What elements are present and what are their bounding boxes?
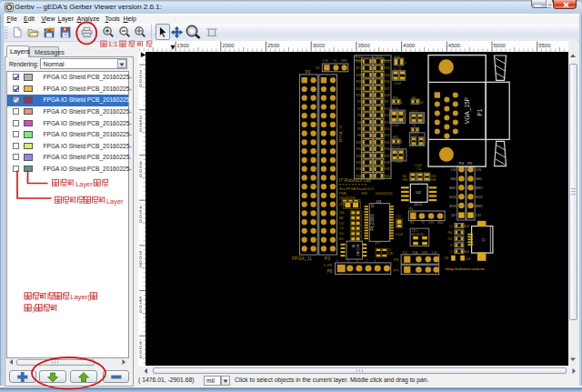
svg-text:U2: U2 [416, 190, 421, 195]
svg-text:R15: R15 [385, 134, 390, 137]
svg-text:2G1: 2G1 [448, 237, 454, 241]
svg-text:IT Robotics Lab: IT Robotics Lab [339, 177, 371, 183]
svg-text:R18: R18 [356, 74, 361, 77]
svg-text:9M4: 9M4 [447, 231, 453, 235]
svg-text:P5: P5 [408, 206, 414, 211]
svg-text:C14: C14 [339, 222, 344, 226]
svg-text:RN4: RN4 [403, 178, 408, 182]
svg-text:R49: R49 [362, 192, 368, 196]
svg-text:0: 0 [139, 264, 142, 268]
svg-text:R1: R1 [357, 100, 361, 104]
svg-text:P1: P1 [477, 108, 483, 116]
svg-text:220k: 220k [339, 211, 345, 215]
svg-text:PL2303: PL2303 [369, 214, 375, 231]
svg-text:24LC08: 24LC08 [356, 244, 360, 256]
svg-text:R35: R35 [385, 141, 390, 145]
svg-text:0: 0 [139, 128, 142, 133]
svg-text:2000: 2000 [222, 43, 235, 48]
svg-text:MOSI: MOSI [449, 205, 457, 208]
svg-text:R29: R29 [356, 141, 361, 145]
svg-text:3.3V: 3.3V [431, 251, 436, 255]
svg-text:3.3V: 3.3V [428, 221, 434, 225]
svg-text:R10: R10 [385, 107, 390, 111]
svg-text:3.3V: 3.3V [451, 168, 457, 172]
svg-text:L1: L1 [450, 250, 453, 254]
svg-text:3000: 3000 [313, 43, 326, 48]
svg-text:R24: R24 [385, 66, 390, 70]
svg-text:R16: R16 [356, 60, 361, 64]
svg-text:R50: R50 [339, 237, 344, 241]
svg-text:SCL: SCL [403, 251, 408, 255]
svg-text:0.1uF: 0.1uF [396, 233, 403, 236]
svg-text:R36: R36 [385, 147, 390, 151]
svg-text:R9: R9 [385, 100, 388, 104]
svg-text:See FPGA Shield V1.0: See FPGA Shield V1.0 [339, 187, 374, 191]
svg-text:R38: R38 [385, 161, 390, 165]
svg-text:50: 50 [420, 101, 424, 105]
svg-text:26C51: 26C51 [414, 203, 423, 206]
svg-text:R23: R23 [385, 60, 390, 64]
svg-text:C15: C15 [416, 167, 422, 171]
svg-text:0: 0 [139, 355, 142, 359]
svg-text:BLM: BLM [464, 250, 469, 254]
svg-text:P6: P6 [326, 268, 332, 274]
svg-text:SCLK: SCLK [449, 196, 457, 199]
svg-text:K1: K1 [316, 66, 320, 70]
svg-text:MISO: MISO [449, 186, 457, 190]
svg-text:P4: P4 [459, 161, 465, 166]
svg-text:R40: R40 [385, 175, 390, 178]
svg-text:GND: GND [476, 177, 483, 181]
svg-text:CS?: CS? [451, 214, 457, 217]
svg-text:BLM: BLM [464, 225, 469, 228]
svg-text:R14: R14 [385, 127, 390, 131]
svg-text:PWB: PWB [339, 192, 347, 196]
svg-text:C7 C8: C7 C8 [394, 67, 402, 71]
svg-text:2015/02/16: 2015/02/16 [376, 192, 393, 196]
svg-text:R12: R12 [385, 114, 390, 117]
svg-text:blog.itrobotics.com.tw: blog.itrobotics.com.tw [446, 266, 486, 271]
svg-text:C1B: C1B [387, 252, 393, 256]
svg-text:R20: R20 [356, 87, 361, 91]
svg-text:27: 27 [450, 244, 453, 247]
svg-text:P2: P2 [467, 161, 473, 166]
svg-text:C12: C12 [396, 215, 401, 218]
svg-text:R6: R6 [357, 134, 361, 137]
svg-text:R37: R37 [385, 155, 390, 158]
svg-text:L2: L2 [450, 225, 453, 228]
svg-text:220k: 220k [339, 203, 346, 206]
svg-text:10uF: 10uF [466, 257, 471, 261]
svg-text:P3: P3 [325, 256, 330, 261]
svg-text:MISO: MISO [476, 205, 483, 208]
svg-text:1B: 1B [352, 245, 356, 248]
svg-text:RX: RX [410, 221, 414, 225]
svg-text:5V: 5V [334, 59, 337, 63]
svg-text:0: 0 [139, 84, 142, 88]
svg-text:4000: 4000 [403, 43, 416, 48]
svg-text:R2: R2 [357, 107, 361, 111]
svg-text:R27: R27 [385, 87, 390, 91]
svg-text:J1: J1 [482, 238, 486, 242]
svg-text:CS1: CS1 [476, 214, 481, 217]
svg-text:XTT: XTT [375, 242, 380, 246]
svg-text:0.1: 0.1 [387, 248, 391, 252]
svg-text:R25: R25 [356, 94, 361, 97]
svg-text:R39: R39 [385, 167, 390, 171]
svg-text:1500: 1500 [177, 43, 190, 48]
svg-text:C16: C16 [339, 226, 344, 230]
svg-text:P8: P8 [394, 257, 399, 262]
svg-text:3500: 3500 [357, 43, 370, 48]
svg-text:R28: R28 [385, 94, 390, 97]
svg-text:R13: R13 [385, 121, 390, 125]
svg-text:0.1uF: 0.1uF [392, 124, 399, 127]
svg-text:R19: R19 [356, 80, 361, 84]
svg-text:R26: R26 [385, 74, 390, 77]
svg-text:P9: P9 [306, 70, 311, 75]
svg-text:FPGA_J1: FPGA_J1 [292, 256, 312, 261]
svg-text:0.2uF: 0.2uF [394, 82, 401, 85]
svg-text:0: 0 [139, 174, 142, 178]
svg-text:C2 C4: C2 C4 [411, 134, 419, 137]
svg-text:2500: 2500 [267, 43, 280, 48]
svg-text:R4: R4 [357, 121, 361, 125]
svg-text:5000: 5000 [494, 43, 507, 48]
svg-text:3.3V: 3.3V [476, 168, 481, 172]
